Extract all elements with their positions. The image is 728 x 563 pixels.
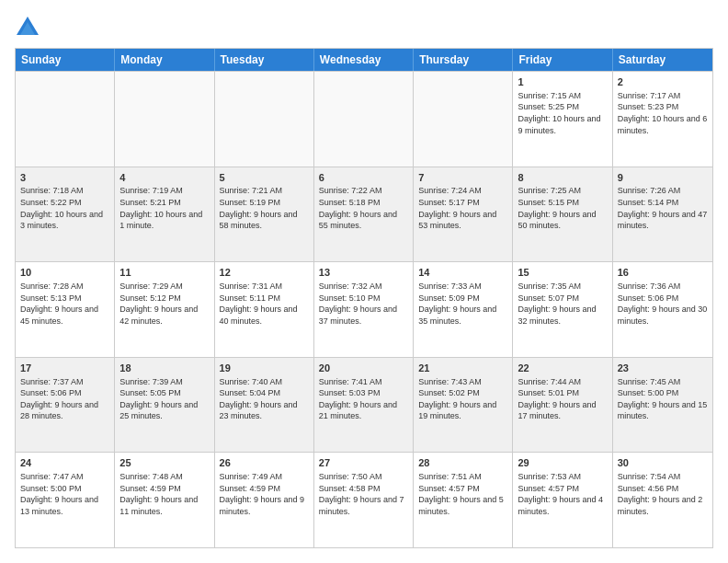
day-number: 11 [119,266,209,280]
calendar-cell: 5Sunrise: 7:21 AM Sunset: 5:19 PM Daylig… [215,167,314,262]
calendar-cell: 6Sunrise: 7:22 AM Sunset: 5:18 PM Daylig… [314,167,414,262]
logo-icon [15,15,40,40]
calendar-cell: 17Sunrise: 7:37 AM Sunset: 5:06 PM Dayli… [16,358,115,453]
day-info: Sunrise: 7:50 AM Sunset: 4:58 PM Dayligh… [319,471,408,517]
header-day: Monday [115,49,214,71]
day-info: Sunrise: 7:21 AM Sunset: 5:19 PM Dayligh… [220,185,309,231]
day-info: Sunrise: 7:37 AM Sunset: 5:06 PM Dayligh… [20,376,109,422]
day-info: Sunrise: 7:18 AM Sunset: 5:22 PM Dayligh… [20,185,109,231]
day-number: 8 [518,171,607,185]
calendar-cell: 16Sunrise: 7:36 AM Sunset: 5:06 PM Dayli… [613,262,712,357]
day-info: Sunrise: 7:39 AM Sunset: 5:05 PM Dayligh… [119,376,209,422]
calendar-row: 24Sunrise: 7:47 AM Sunset: 5:00 PM Dayli… [16,452,712,547]
calendar-cell: 24Sunrise: 7:47 AM Sunset: 5:00 PM Dayli… [16,453,115,547]
calendar-cell: 7Sunrise: 7:24 AM Sunset: 5:17 PM Daylig… [414,167,513,262]
calendar-row: 1Sunrise: 7:15 AM Sunset: 5:25 PM Daylig… [16,71,712,167]
header-day: Thursday [414,49,513,71]
calendar-row: 17Sunrise: 7:37 AM Sunset: 5:06 PM Dayli… [16,357,712,453]
day-number: 14 [418,266,507,280]
day-info: Sunrise: 7:19 AM Sunset: 5:21 PM Dayligh… [119,185,209,231]
calendar-cell: 11Sunrise: 7:29 AM Sunset: 5:12 PM Dayli… [115,262,214,357]
day-number: 22 [518,362,607,375]
day-number: 4 [119,171,209,185]
calendar-cell: 19Sunrise: 7:40 AM Sunset: 5:04 PM Dayli… [215,358,314,453]
day-number: 7 [418,171,507,185]
calendar-cell [414,72,513,167]
day-info: Sunrise: 7:17 AM Sunset: 5:23 PM Dayligh… [618,90,708,136]
day-info: Sunrise: 7:28 AM Sunset: 5:13 PM Dayligh… [20,281,109,327]
day-number: 16 [618,266,708,280]
day-number: 6 [319,171,408,185]
day-number: 10 [20,266,109,280]
day-info: Sunrise: 7:31 AM Sunset: 5:11 PM Dayligh… [220,281,309,327]
header-day: Sunday [16,49,115,71]
calendar-cell: 3Sunrise: 7:18 AM Sunset: 5:22 PM Daylig… [16,167,115,262]
day-number: 20 [319,362,408,375]
day-info: Sunrise: 7:25 AM Sunset: 5:15 PM Dayligh… [518,185,607,231]
day-number: 2 [618,75,708,89]
calendar-cell: 30Sunrise: 7:54 AM Sunset: 4:56 PM Dayli… [613,453,712,547]
logo [15,15,44,40]
day-info: Sunrise: 7:43 AM Sunset: 5:02 PM Dayligh… [418,376,507,422]
calendar-cell: 9Sunrise: 7:26 AM Sunset: 5:14 PM Daylig… [613,167,712,262]
header-day: Tuesday [215,49,314,71]
calendar-cell [215,72,314,167]
day-number: 27 [319,456,408,470]
day-info: Sunrise: 7:48 AM Sunset: 4:59 PM Dayligh… [119,471,209,517]
calendar: SundayMondayTuesdayWednesdayThursdayFrid… [15,48,713,548]
day-number: 25 [119,456,209,470]
calendar-cell [16,72,115,167]
calendar-cell: 12Sunrise: 7:31 AM Sunset: 5:11 PM Dayli… [215,262,314,357]
calendar-cell: 2Sunrise: 7:17 AM Sunset: 5:23 PM Daylig… [613,72,712,167]
day-number: 21 [418,362,507,375]
day-number: 3 [20,171,109,185]
header [15,15,713,40]
day-info: Sunrise: 7:49 AM Sunset: 4:59 PM Dayligh… [220,471,309,517]
calendar-cell: 13Sunrise: 7:32 AM Sunset: 5:10 PM Dayli… [314,262,414,357]
day-info: Sunrise: 7:36 AM Sunset: 5:06 PM Dayligh… [618,281,708,327]
calendar-cell: 27Sunrise: 7:50 AM Sunset: 4:58 PM Dayli… [314,453,414,547]
day-info: Sunrise: 7:35 AM Sunset: 5:07 PM Dayligh… [518,281,607,327]
day-number: 9 [618,171,708,185]
day-info: Sunrise: 7:26 AM Sunset: 5:14 PM Dayligh… [618,185,708,231]
day-number: 17 [20,362,109,375]
day-info: Sunrise: 7:15 AM Sunset: 5:25 PM Dayligh… [518,90,607,136]
calendar-cell: 29Sunrise: 7:53 AM Sunset: 4:57 PM Dayli… [513,453,612,547]
calendar-cell: 8Sunrise: 7:25 AM Sunset: 5:15 PM Daylig… [513,167,612,262]
calendar-row: 3Sunrise: 7:18 AM Sunset: 5:22 PM Daylig… [16,167,712,262]
day-number: 12 [220,266,309,280]
day-number: 5 [220,171,309,185]
day-info: Sunrise: 7:33 AM Sunset: 5:09 PM Dayligh… [418,281,507,327]
calendar-cell: 25Sunrise: 7:48 AM Sunset: 4:59 PM Dayli… [115,453,214,547]
day-number: 18 [119,362,209,375]
day-number: 29 [518,456,607,470]
day-number: 24 [20,456,109,470]
calendar-cell: 14Sunrise: 7:33 AM Sunset: 5:09 PM Dayli… [414,262,513,357]
day-info: Sunrise: 7:44 AM Sunset: 5:01 PM Dayligh… [518,376,607,422]
day-info: Sunrise: 7:54 AM Sunset: 4:56 PM Dayligh… [618,471,708,517]
calendar-cell: 4Sunrise: 7:19 AM Sunset: 5:21 PM Daylig… [115,167,214,262]
day-info: Sunrise: 7:41 AM Sunset: 5:03 PM Dayligh… [319,376,408,422]
day-info: Sunrise: 7:29 AM Sunset: 5:12 PM Dayligh… [119,281,209,327]
day-info: Sunrise: 7:47 AM Sunset: 5:00 PM Dayligh… [20,471,109,517]
calendar-cell: 23Sunrise: 7:45 AM Sunset: 5:00 PM Dayli… [613,358,712,453]
day-number: 19 [220,362,309,375]
calendar-cell: 1Sunrise: 7:15 AM Sunset: 5:25 PM Daylig… [513,72,612,167]
day-info: Sunrise: 7:53 AM Sunset: 4:57 PM Dayligh… [518,471,607,517]
calendar-cell: 26Sunrise: 7:49 AM Sunset: 4:59 PM Dayli… [215,453,314,547]
calendar-body: 1Sunrise: 7:15 AM Sunset: 5:25 PM Daylig… [16,71,712,547]
calendar-cell: 22Sunrise: 7:44 AM Sunset: 5:01 PM Dayli… [513,358,612,453]
day-info: Sunrise: 7:32 AM Sunset: 5:10 PM Dayligh… [319,281,408,327]
header-day: Wednesday [314,49,414,71]
day-info: Sunrise: 7:45 AM Sunset: 5:00 PM Dayligh… [618,376,708,422]
calendar-cell: 21Sunrise: 7:43 AM Sunset: 5:02 PM Dayli… [414,358,513,453]
day-number: 1 [518,75,607,89]
day-number: 15 [518,266,607,280]
day-info: Sunrise: 7:40 AM Sunset: 5:04 PM Dayligh… [220,376,309,422]
day-number: 26 [220,456,309,470]
day-number: 30 [618,456,708,470]
calendar-cell: 20Sunrise: 7:41 AM Sunset: 5:03 PM Dayli… [314,358,414,453]
day-info: Sunrise: 7:51 AM Sunset: 4:57 PM Dayligh… [418,471,507,517]
calendar-cell: 18Sunrise: 7:39 AM Sunset: 5:05 PM Dayli… [115,358,214,453]
day-info: Sunrise: 7:24 AM Sunset: 5:17 PM Dayligh… [418,185,507,231]
